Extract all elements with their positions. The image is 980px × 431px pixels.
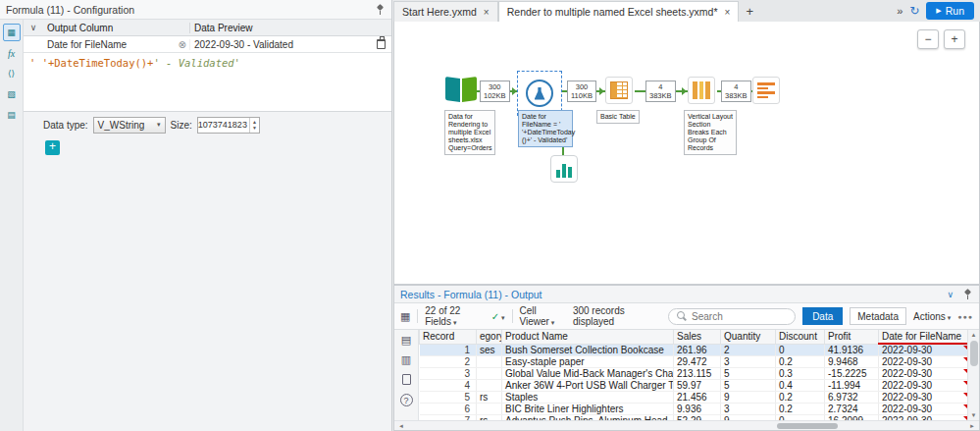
data-type-select[interactable]: V_WString ▾ xyxy=(93,117,166,134)
table-cell[interactable]: 0.2 xyxy=(776,356,825,368)
table-cell[interactable]: 6.9732 xyxy=(825,392,879,404)
table-cell[interactable]: 0 xyxy=(776,344,825,356)
table-cell[interactable]: rs xyxy=(477,392,502,404)
table-cell[interactable] xyxy=(477,380,502,392)
cell-viewer-dropdown[interactable]: Cell Viewer▾ xyxy=(519,305,565,327)
connection-badge[interactable]: 300 110KB xyxy=(567,81,596,102)
scroll-left-icon[interactable]: ◄ xyxy=(394,421,408,431)
table-cell[interactable]: Easy-staple paper xyxy=(502,356,674,368)
browse-tool[interactable] xyxy=(550,155,578,183)
table-cell[interactable]: 59.97 xyxy=(674,380,721,392)
table-cell[interactable]: 261.96 xyxy=(674,344,721,356)
table-cell[interactable]: 21.456 xyxy=(674,392,721,404)
table-cell[interactable]: 6 xyxy=(420,404,477,415)
fields-dropdown[interactable]: 22 of 22 Fields▾ xyxy=(425,305,484,327)
table-cell[interactable]: 2022-09-30 xyxy=(879,380,968,392)
table-cell[interactable]: 2 xyxy=(420,356,477,368)
table-cell[interactable]: Anker 36W 4-Port USB Wall Charger Travel… xyxy=(502,380,674,392)
table-cell[interactable]: 2022-09-30 xyxy=(879,344,968,356)
more-options-icon[interactable]: ●●● xyxy=(957,313,973,320)
table-cell[interactable]: 5 xyxy=(721,368,776,380)
table-cell[interactable]: Staples xyxy=(502,392,674,404)
close-icon[interactable]: × xyxy=(484,7,490,18)
pin-icon[interactable] xyxy=(374,4,386,16)
actions-dropdown[interactable]: Actions▾ xyxy=(913,311,951,322)
table-cell[interactable]: 41.9136 xyxy=(825,344,879,356)
report-layout-tool[interactable] xyxy=(688,77,715,104)
table-cell[interactable]: 2022-09-30 xyxy=(879,404,968,415)
table-cell[interactable]: Global Value Mid-Back Manager's Chair, G… xyxy=(502,368,674,380)
table-cell[interactable]: 5 xyxy=(420,392,477,404)
workflow-canvas[interactable]: − + 300 102KB 300 110KB 4 xyxy=(393,22,980,285)
results-grid-icon[interactable]: ▤ xyxy=(401,335,411,346)
config-tab-notes[interactable]: ▤ xyxy=(3,106,21,124)
tab-start-here[interactable]: Start Here.yxmd × xyxy=(393,1,498,22)
expression-editor[interactable]: ' '+DateTimeToday()+' - Validated' xyxy=(24,53,391,112)
tool-annotation[interactable]: Date for FileName = ' '+DateTimeToday ()… xyxy=(518,110,573,147)
add-column-button[interactable]: + xyxy=(45,140,60,155)
tab-render-workflow[interactable]: Render to multiple named Excel sheets.yx… xyxy=(498,1,740,22)
table-cell[interactable]: BIC Brite Liner Highlighters xyxy=(502,404,674,415)
horizontal-scroll-thumb[interactable] xyxy=(777,423,838,429)
schedule-icon[interactable]: ↻ xyxy=(909,4,919,18)
table-cell[interactable]: 29.472 xyxy=(674,356,721,368)
table-cell[interactable]: 9.936 xyxy=(674,404,721,415)
connections-icon[interactable]: ▥ xyxy=(401,354,411,365)
zoom-out-button[interactable]: − xyxy=(917,29,939,49)
vertical-scrollbar[interactable]: ▲ ▼ xyxy=(967,330,979,420)
results-table-container[interactable]: RecordegoryProduct NameSalesQuantityDisc… xyxy=(419,330,967,420)
render-tool[interactable] xyxy=(752,77,780,104)
metadata-tab-button[interactable]: Metadata xyxy=(850,307,906,325)
table-cell[interactable] xyxy=(477,356,502,368)
connection-badge[interactable]: 4 383KB xyxy=(645,81,676,102)
formula-field-row[interactable]: Date for FileName ⊗ 2022-09-30 - Validat… xyxy=(24,36,391,53)
size-stepper[interactable]: 1073741823 ▲ ▼ xyxy=(197,117,260,134)
column-header[interactable]: Quantity xyxy=(721,330,776,344)
output-column-cell[interactable]: Date for FileName ⊗ xyxy=(43,39,190,50)
config-tab-properties[interactable]: ▦ xyxy=(3,24,21,41)
run-button[interactable]: ▶ Run xyxy=(926,2,974,20)
scroll-right-icon[interactable]: ► xyxy=(965,421,979,431)
column-header[interactable]: Product Name xyxy=(502,330,674,344)
connection-badge[interactable]: 4 383KB xyxy=(721,81,751,102)
table-row[interactable]: 6BIC Brite Liner Highlighters9.93630.22.… xyxy=(420,404,968,415)
table-cell[interactable]: 5 xyxy=(721,380,776,392)
row-expander-icon[interactable]: ∨ xyxy=(24,23,43,32)
close-icon[interactable]: × xyxy=(724,7,730,18)
table-cell[interactable] xyxy=(477,368,502,380)
table-cell[interactable]: 9 xyxy=(721,392,776,404)
overflow-chevrons-icon[interactable]: » xyxy=(897,5,903,17)
search-input[interactable] xyxy=(692,311,787,322)
table-cell[interactable]: 9.9468 xyxy=(825,356,879,368)
table-cell[interactable]: 2022-09-30 xyxy=(879,368,968,380)
vertical-scroll-thumb[interactable] xyxy=(970,341,978,366)
table-cell[interactable]: 2 xyxy=(721,344,776,356)
table-cell[interactable]: 1 xyxy=(420,344,477,356)
table-menu-icon[interactable]: ▦ xyxy=(400,310,410,323)
data-tab-button[interactable]: Data xyxy=(802,307,843,325)
column-header[interactable]: Record xyxy=(420,330,477,344)
tool-annotation[interactable]: Vertical Layout Section Breaks Each Grou… xyxy=(684,110,737,155)
table-cell[interactable]: 2.7324 xyxy=(825,404,879,415)
table-cell[interactable]: 3 xyxy=(721,356,776,368)
collapse-chevron-icon[interactable]: ∨ xyxy=(947,290,954,299)
table-row[interactable]: 1sesBush Somerset Collection Bookcase261… xyxy=(420,344,968,356)
config-tab-expression[interactable]: fx xyxy=(3,44,21,62)
stepper-arrows[interactable]: ▲ ▼ xyxy=(249,118,259,133)
table-row[interactable]: 5rsStaples21.45690.26.97322022-09-30 xyxy=(420,392,968,404)
zoom-in-button[interactable]: + xyxy=(944,29,965,49)
table-cell[interactable]: Bush Somerset Collection Bookcase xyxy=(502,344,674,356)
new-tab-button[interactable]: + xyxy=(739,1,760,22)
table-cell[interactable]: ses xyxy=(477,344,502,356)
clear-field-icon[interactable]: ⊗ xyxy=(179,39,186,50)
config-tab-code[interactable]: ⟨⟩ xyxy=(3,65,21,82)
table-cell[interactable]: 2022-09-30 xyxy=(879,392,968,404)
table-cell[interactable]: -11.994 xyxy=(825,380,879,392)
column-header[interactable]: egory xyxy=(477,330,502,344)
tool-annotation[interactable]: Data for Rendering to multiple Excel she… xyxy=(444,110,495,155)
table-cell[interactable]: -15.2225 xyxy=(825,368,879,380)
table-cell[interactable]: 3 xyxy=(721,404,776,415)
basic-table-tool[interactable] xyxy=(605,77,633,104)
table-cell[interactable]: 213.115 xyxy=(674,368,721,380)
pin-icon[interactable] xyxy=(961,289,973,300)
